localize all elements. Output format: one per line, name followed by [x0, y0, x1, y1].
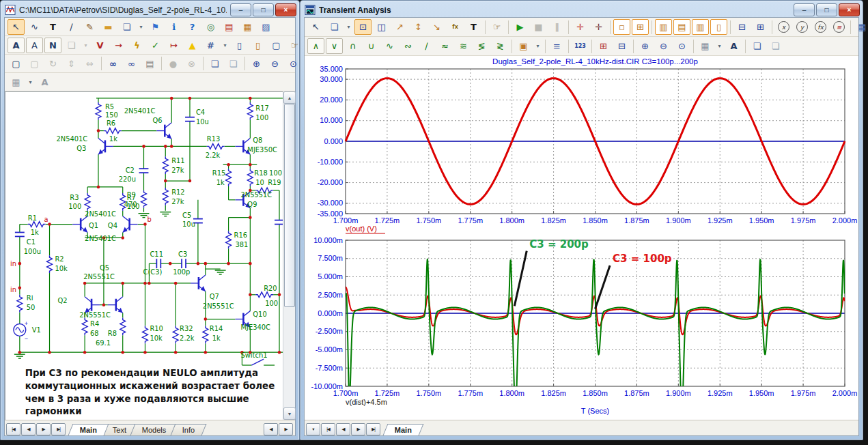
line-mode-icon[interactable]: ∕ — [63, 19, 80, 35]
minimize-button-icon[interactable]: ‒ — [230, 3, 251, 16]
zoom-select-icon[interactable]: ⊡ — [354, 19, 372, 35]
cursor-mode-icon[interactable]: ✛ — [572, 19, 589, 35]
node-names-icon[interactable]: A — [8, 38, 25, 53]
scale-limits-icon[interactable]: ⊞ — [595, 38, 612, 54]
panel-vert-icon[interactable]: ▥ — [692, 19, 709, 35]
data-points-icon[interactable]: ▫ — [613, 19, 630, 35]
rotate-icon[interactable]: ↻ — [44, 56, 61, 72]
clipboard-icon[interactable]: ▣ — [515, 38, 532, 54]
grid-style-icon[interactable]: ▦ — [697, 38, 714, 54]
cursor-low-icon[interactable]: ∪ — [363, 38, 380, 54]
schematic-nav-icon[interactable]: ▶| — [51, 423, 66, 435]
fx-range-icon[interactable]: fx — [812, 19, 829, 35]
shape-tool-icon[interactable]: ▢ — [26, 56, 43, 72]
pause-icon[interactable]: ‖ — [548, 19, 565, 35]
stop-icon[interactable]: ■ — [530, 19, 547, 35]
schematic-hscroll-nav-icon[interactable]: ▶ — [279, 423, 293, 435]
zoom-in-icon[interactable]: ⊕ — [248, 56, 265, 72]
run-icon[interactable]: ▶ — [512, 19, 529, 35]
shapes-icon[interactable]: ❏ — [118, 19, 135, 35]
grid-style-icon[interactable]: ▦ — [8, 74, 25, 90]
shapes-dropdown-icon[interactable]: ▾ — [137, 19, 145, 35]
select-icon[interactable]: ↖ — [8, 19, 25, 35]
font-icon[interactable]: A — [36, 74, 53, 90]
flip-h-icon[interactable]: ⇔ — [81, 56, 98, 72]
zoom-out-icon[interactable]: ⊖ — [655, 38, 672, 54]
schematic-titlebar[interactable]: C:\MC11\DATA\Petrov\SID\Duglas_Self_2-po… — [1, 1, 299, 18]
shapes-icon[interactable]: ❏ — [326, 19, 343, 35]
schematic-nav-icon[interactable]: |◀ — [6, 423, 20, 435]
cursor-high-icon[interactable]: ∩ — [344, 38, 361, 54]
scale-x-icon[interactable]: ↘ — [428, 19, 445, 35]
scale-y-icon[interactable]: ↕ — [410, 19, 427, 35]
voltage-marker-icon[interactable]: V — [92, 38, 109, 53]
cursor-slope-icon[interactable]: ∕ — [418, 38, 435, 54]
ruler-icon[interactable]: ≡ — [830, 19, 848, 35]
grid-style-dropdown-icon[interactable]: ▾ — [26, 74, 35, 90]
schematic-vscrollbar[interactable]: ▲ ▼ — [283, 91, 295, 420]
bus-icon[interactable]: ▬ — [100, 19, 117, 35]
x-range-icon[interactable]: x — [775, 19, 792, 35]
send-back-icon[interactable]: ❏ — [767, 38, 784, 54]
flag-icon[interactable]: ⚑ — [147, 19, 164, 35]
page-icon[interactable]: ▯ — [231, 38, 248, 53]
cursor-peak-icon[interactable]: ∧ — [307, 38, 324, 54]
analysis-nav-icon[interactable]: ▶| — [366, 423, 380, 435]
properties-icon[interactable]: ☞ — [488, 19, 505, 35]
schematic-tab-info[interactable]: Info — [170, 424, 206, 435]
cursor-branch-icon[interactable]: ≶ — [473, 38, 490, 54]
pin-marker-icon[interactable]: ↦ — [165, 38, 182, 53]
scroll-thumb[interactable] — [284, 104, 295, 307]
help-icon[interactable]: ? — [184, 19, 201, 35]
stop-gray-icon[interactable]: ● — [165, 56, 182, 72]
analysis-tab-main[interactable]: Main — [383, 424, 424, 435]
scroll-down-icon[interactable]: ▼ — [283, 407, 296, 420]
panel-normal-icon[interactable]: ▥ — [655, 19, 672, 35]
plot-properties-icon[interactable]: ▦ — [854, 19, 868, 35]
grid-style-dropdown-icon[interactable]: ▾ — [715, 38, 724, 54]
cursor-inflection-icon[interactable]: ≈ — [436, 38, 453, 54]
grid-icon[interactable]: # — [202, 38, 219, 53]
close-button-icon[interactable]: × — [275, 3, 296, 16]
schematic-tab-main[interactable]: Main — [68, 424, 109, 435]
text-page-icon[interactable]: ▯ — [249, 38, 266, 53]
numeric-format-icon[interactable]: 123 — [572, 38, 589, 54]
info-icon[interactable]: ℹ — [165, 19, 182, 35]
cursor-wave-icon[interactable]: ∿ — [381, 38, 398, 54]
cursor-envelope-icon[interactable]: ≋ — [455, 38, 472, 54]
analysis-titlebar[interactable]: Transient Analysis ‒□× — [300, 1, 863, 18]
zoom-out-icon[interactable]: ⊖ — [266, 56, 283, 72]
notes-icon[interactable]: ▤ — [141, 56, 158, 72]
text-mode-icon[interactable]: T — [44, 19, 61, 35]
panel-stacked-icon[interactable]: ▤ — [673, 19, 690, 35]
text-mode-icon[interactable]: T — [465, 19, 482, 35]
cursor-track-icon[interactable]: ✛ — [590, 19, 607, 35]
wire-mode-icon[interactable]: ∿ — [26, 19, 43, 35]
bring-front-icon[interactable]: ❏ — [748, 38, 766, 54]
schematic-canvas[interactable]: +−R51502N5401CR61kQ6C410uR171002N5401CQ3… — [5, 91, 283, 420]
select-area-icon[interactable]: ▢ — [8, 56, 25, 72]
cursor-scale-icon[interactable]: ⊟ — [613, 38, 630, 54]
send-back-icon[interactable]: ❏ — [225, 56, 242, 72]
zoom-in-icon[interactable]: ⊕ — [636, 38, 654, 54]
horizontal-tag-icon[interactable]: ⊟ — [733, 19, 751, 35]
find-icon[interactable]: ∞ — [104, 56, 122, 72]
analysis-nav-icon[interactable]: |◀ — [321, 423, 335, 435]
schematic-nav-icon[interactable]: ▶ — [36, 423, 51, 435]
close-gray-icon[interactable]: ⊗ — [183, 56, 200, 72]
border-icon[interactable]: ▦ — [239, 19, 256, 35]
scroll-up-icon[interactable]: ▲ — [283, 91, 296, 104]
minimize-button-icon[interactable]: ‒ — [794, 3, 815, 16]
panel-single-icon[interactable]: ▯ — [710, 19, 727, 35]
model-doc-icon[interactable]: ▤ — [221, 19, 238, 35]
clipboard-dropdown-icon[interactable]: ▾ — [533, 38, 542, 54]
grid-dropdown-icon[interactable]: ▾ — [221, 38, 229, 53]
stamp-icon[interactable]: ▨ — [257, 19, 275, 35]
condition-marker-icon[interactable]: ✓ — [147, 38, 164, 53]
analysis-nav-icon[interactable]: ▾ — [306, 423, 320, 435]
analysis-nav-icon[interactable]: ◀ — [336, 423, 350, 435]
shapes-dropdown-icon[interactable]: ▾ — [344, 19, 353, 35]
text-list-icon[interactable]: ≡ — [548, 38, 565, 54]
web-icon[interactable]: ◎ — [202, 19, 219, 35]
region-icon[interactable]: ▢ — [268, 38, 285, 53]
